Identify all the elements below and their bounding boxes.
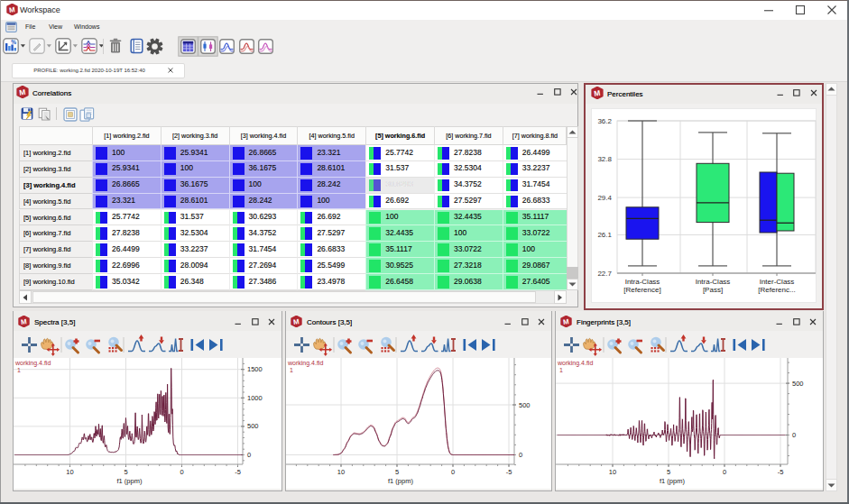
svg-text:Intra-Class: Intra-Class <box>696 278 731 286</box>
svg-text:0: 0 <box>180 468 183 476</box>
svg-text:5: 5 <box>395 468 399 476</box>
svg-text:Inter-Class: Inter-Class <box>760 278 795 286</box>
svg-text:f1 (ppm): f1 (ppm) <box>388 477 413 485</box>
svg-text:1: 1 <box>17 367 21 373</box>
svg-text:f1 (ppm): f1 (ppm) <box>117 477 143 485</box>
svg-text:500: 500 <box>792 379 804 387</box>
svg-text:5: 5 <box>667 468 670 476</box>
svg-text:32.8: 32.8 <box>597 155 612 163</box>
svg-text:f1 (ppm): f1 (ppm) <box>660 477 685 485</box>
svg-text:10: 10 <box>609 468 616 476</box>
svg-text:10: 10 <box>66 468 73 476</box>
svg-text:0: 0 <box>451 468 455 476</box>
svg-text:500: 500 <box>519 400 531 408</box>
svg-text:0: 0 <box>723 468 726 476</box>
svg-text:-5: -5 <box>235 468 241 476</box>
svg-text:26.1: 26.1 <box>597 231 612 239</box>
svg-text:M: M <box>562 317 569 326</box>
svg-text:[Reference]: [Reference] <box>623 286 660 294</box>
svg-text:1500: 1500 <box>247 365 263 373</box>
svg-text:Intra-Class: Intra-Class <box>625 278 660 286</box>
svg-text:M: M <box>20 317 27 326</box>
svg-text:1000: 1000 <box>247 393 263 401</box>
svg-text:0: 0 <box>247 451 251 459</box>
svg-text:1: 1 <box>559 367 563 373</box>
svg-text:working.4.fid: working.4.fid <box>557 360 593 367</box>
svg-text:500: 500 <box>247 422 259 430</box>
svg-text:22.7: 22.7 <box>597 270 612 278</box>
svg-text:-5: -5 <box>778 468 784 476</box>
svg-text:36.2: 36.2 <box>597 117 612 125</box>
svg-text:[Pass]: [Pass] <box>703 286 723 294</box>
svg-text:29.4: 29.4 <box>597 194 612 202</box>
svg-text:M: M <box>292 317 300 326</box>
svg-text:[Referenc...: [Referenc... <box>758 286 795 294</box>
svg-text:working.4.fid: working.4.fid <box>14 360 51 367</box>
svg-text:working.4.fid: working.4.fid <box>287 360 323 367</box>
svg-text:-5: -5 <box>506 468 512 476</box>
svg-text:10: 10 <box>337 468 345 476</box>
svg-text:1: 1 <box>290 367 293 373</box>
svg-text:5: 5 <box>124 468 127 476</box>
svg-text:0: 0 <box>519 451 522 459</box>
svg-text:0: 0 <box>792 431 796 439</box>
